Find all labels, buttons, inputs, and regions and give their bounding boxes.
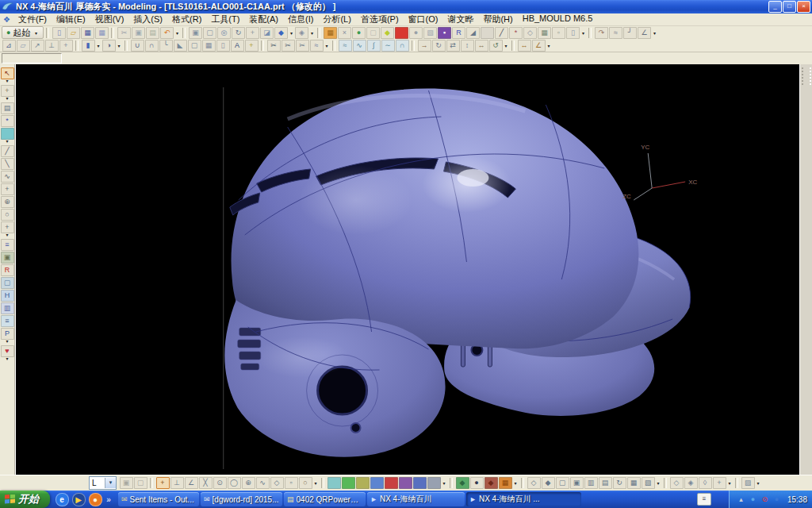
menu-hb-mould[interactable]: HB_MOULD M6.5 [518,13,598,26]
dropdown-caret-icon[interactable]: ▾ [312,480,319,486]
task-nx-window-1[interactable]: ►NX 4-海纳百川 [367,492,465,506]
orient-back-icon[interactable]: ▦ [627,477,641,489]
dropdown-caret-icon[interactable]: ▾ [288,30,294,36]
orient-right-icon[interactable]: ▥ [584,477,598,489]
ruled-surface-icon[interactable]: ≈ [339,40,352,52]
view-tv-teal-icon[interactable] [327,477,341,489]
menu-analysis[interactable]: 分析(L) [318,13,355,26]
small-box-icon[interactable]: ▫ [552,27,565,39]
snap-point-on-curve-icon[interactable]: ∿ [256,477,270,489]
tool-angle-icon[interactable]: ∠ [638,27,651,39]
snap-endpoint-icon[interactable]: ⊥ [170,477,184,489]
list-tool-icon[interactable]: ≡ [1,315,14,327]
snap-bounded-grid-icon[interactable]: ▫ [285,477,298,489]
view-tv-purple-icon[interactable] [399,477,412,489]
tool-arrow-icon[interactable]: ↷ [595,27,608,39]
menu-view[interactable]: 视图(V) [90,13,129,26]
paste-icon[interactable]: ▤ [146,27,159,39]
graphics-viewport[interactable]: YC XC ZC [15,64,799,475]
datum-plane-icon[interactable]: ▱ [17,40,30,52]
rotate-wcs-icon[interactable]: ↻ [613,477,626,489]
view-tv-olive-icon[interactable] [356,477,370,489]
edit-feature-icon[interactable]: ↺ [489,40,503,52]
dropdown-caret-icon[interactable]: ▾ [308,30,315,36]
line-icon[interactable]: ╱ [1,145,14,157]
shaded-view-icon[interactable]: ◆ [274,27,288,39]
task-qr-powerlist[interactable]: ▤0402 QRPowerLst... [284,492,366,506]
through-curves-icon[interactable]: ∿ [353,40,366,52]
circle-icon[interactable]: ○ [1,209,14,221]
render-style-icon[interactable]: ◈ [295,27,308,39]
shaded-mode-icon[interactable]: ◆ [456,477,469,489]
dock-grip[interactable] [802,67,811,85]
dropdown-caret-icon[interactable]: ▾ [441,480,447,486]
orient-left-icon[interactable]: ▤ [599,477,612,489]
tray-update-icon[interactable]: ● [748,495,757,505]
combo-dropdown-icon[interactable]: ▼ [105,478,116,488]
purple-square-icon[interactable]: ▪ [438,27,451,39]
view-tv-navy-icon[interactable] [413,477,427,489]
task-nx-window-2[interactable]: ►NX 4-海纳百川 ... [466,492,581,506]
maximize-button[interactable]: □ [783,1,796,13]
diamond-yellow-icon[interactable]: ◆ [381,27,394,39]
dropdown-caret-icon[interactable]: ▾ [503,43,509,48]
menu-tools[interactable]: 工具(T) [206,13,244,26]
dropdown-caret-icon[interactable]: ▾ [4,79,10,84]
pattern-feature-icon[interactable]: ▦ [202,40,216,52]
deselect-all-icon[interactable]: ▢ [134,477,147,489]
tray-messenger-icon[interactable]: ● [772,495,781,505]
quick-launch-overflow-chevron[interactable]: » [105,495,113,505]
n-sided-surface-icon[interactable]: ∩ [396,40,409,52]
menu-preferences[interactable]: 首选项(P) [356,13,404,26]
hide-object-icon[interactable]: × [338,27,351,39]
red-square-icon[interactable] [395,27,408,39]
datum-csys-icon[interactable]: ⊥ [45,40,59,52]
dropdown-caret-icon[interactable]: ▾ [651,30,657,36]
menu-window[interactable]: 窗口(O) [404,13,443,26]
dropdown-caret-icon[interactable]: ▾ [4,140,10,144]
dropdown-caret-icon[interactable]: ▾ [726,480,733,486]
swept-surface-icon[interactable]: ∫ [367,40,381,52]
select-filter-icon[interactable]: ↖ [1,67,14,79]
sphere-gray-icon[interactable]: ● [409,27,423,39]
quick-launch-media-icon[interactable]: ▶ [72,493,86,506]
orient-isometric-icon[interactable]: ◆ [542,477,555,489]
view-tv-red-icon[interactable] [385,477,398,489]
menu-xiewenye[interactable]: 谢文晔 [442,13,478,26]
perspective-icon[interactable]: ◪ [260,27,274,39]
plus-icon[interactable]: + [1,221,14,233]
spline-icon[interactable]: ∿ [1,171,14,183]
wireframe-mode-icon[interactable]: ● [470,477,484,489]
dropdown-caret-icon[interactable]: ▾ [4,97,10,102]
snap-midpoint-icon[interactable]: ∠ [185,477,198,489]
open-folder-icon[interactable]: ▱ [67,27,80,39]
tray-graphics-icon[interactable]: ▴ [736,495,745,505]
layer-settings-icon[interactable]: ▦ [324,27,337,39]
orient-top-icon[interactable]: ▢ [556,477,569,489]
z-tool-icon[interactable]: ▥ [1,302,14,314]
revolve-icon[interactable]: ◑ [102,40,116,52]
task-dgword-mail[interactable]: ✉[dgword-rd] 2015... [201,492,282,506]
hatch-icon[interactable]: ▧ [423,27,437,39]
menu-assemblies[interactable]: 装配(A) [244,13,283,26]
rotate-object-icon[interactable]: ↻ [432,40,446,52]
subtract-icon[interactable]: ∩ [145,40,159,52]
point-icon[interactable]: + [1,183,14,195]
orient-trimetric-icon[interactable]: ◇ [527,477,541,489]
orient-front-icon[interactable]: ▣ [570,477,584,489]
menu-file[interactable]: 文件(F) [13,13,52,26]
shell-icon[interactable]: ▢ [188,40,201,52]
work-plane-icon[interactable] [1,128,14,140]
circle-center-icon[interactable]: ⊕ [1,196,14,208]
snap-flower-icon[interactable]: * [1,115,14,127]
sphere-green-icon[interactable]: ● [352,27,366,39]
section-surface-icon[interactable]: ∼ [381,40,395,52]
unite-icon[interactable]: ∪ [131,40,144,52]
dropdown-caret-icon[interactable]: ▾ [4,233,10,238]
copy-icon[interactable]: ▣ [132,27,145,39]
undo-icon[interactable]: ↶ [160,27,174,39]
start-button[interactable]: 开始 [0,491,50,508]
menu-help[interactable]: 帮助(H) [478,13,517,26]
dropdown-caret-icon[interactable]: ▾ [655,480,661,486]
cut-icon[interactable]: ✂ [117,27,131,39]
